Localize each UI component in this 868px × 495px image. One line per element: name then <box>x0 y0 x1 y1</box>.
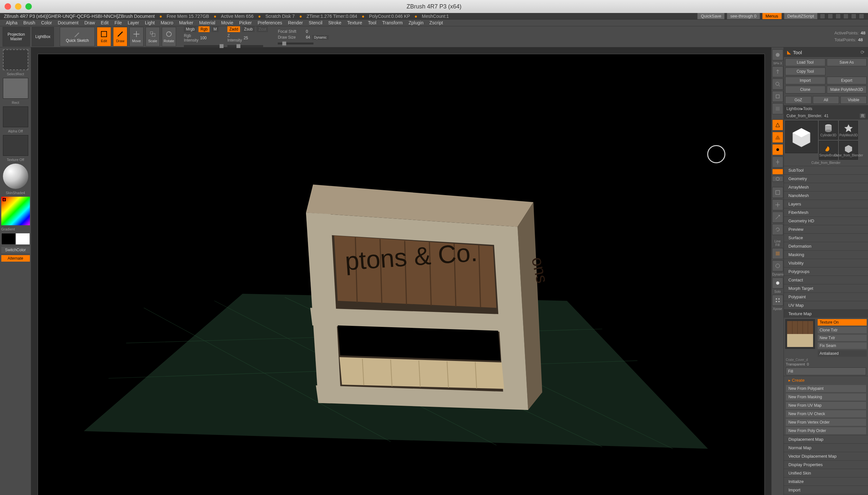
zadd-button[interactable]: Zadd <box>227 26 240 32</box>
menu-file[interactable]: File <box>112 19 125 26</box>
lightbox-button[interactable]: LightBox <box>32 27 54 47</box>
new-from-masking-button[interactable]: New From Masking <box>786 393 866 400</box>
local-button[interactable] <box>772 144 783 155</box>
zoom-button[interactable] <box>772 79 783 90</box>
seethrough-slider[interactable]: see-through 0 <box>727 13 759 19</box>
tool-panel-header[interactable]: ◣ Tool ⟳ <box>784 47 868 57</box>
draw-size-slider[interactable] <box>278 42 313 45</box>
menu-macro[interactable]: Macro <box>158 19 176 26</box>
layout-icon-2[interactable] <box>828 14 833 19</box>
z-intensity-slider[interactable] <box>227 45 263 47</box>
tool-thumb-polymesh[interactable]: PolyMesh3D <box>839 121 858 140</box>
scroll-button[interactable] <box>772 66 783 77</box>
brush-selector[interactable] <box>3 49 28 70</box>
menu-document[interactable]: Document <box>55 19 81 26</box>
acc-polygroups[interactable]: Polygroups <box>784 267 868 276</box>
acc-geometryhd[interactable]: Geometry HD <box>784 217 868 225</box>
acc-fibermesh[interactable]: FiberMesh <box>784 208 868 217</box>
persp-button[interactable] <box>772 119 783 131</box>
r-button[interactable]: R <box>860 114 865 118</box>
menu-render[interactable]: Render <box>285 19 305 26</box>
goz-all-button[interactable]: All <box>813 96 839 104</box>
acc-create[interactable]: ▸ Create <box>784 376 868 384</box>
menu-stroke[interactable]: Stroke <box>326 19 344 26</box>
acc-geometry[interactable]: Geometry <box>784 174 868 183</box>
refresh-icon[interactable]: ⟳ <box>861 49 865 55</box>
draw-size-value[interactable]: 64 <box>306 35 310 39</box>
solo-button[interactable] <box>772 277 783 289</box>
transparent-label[interactable]: Transparent <box>786 362 805 366</box>
rotate-mode-button[interactable]: Rotate <box>162 27 176 47</box>
acc-visibility[interactable]: Visibility <box>784 259 868 267</box>
acc-preview[interactable]: Preview <box>784 225 868 233</box>
load-tool-button[interactable]: Load Tool <box>785 58 825 66</box>
layout-icon-4[interactable] <box>843 14 849 19</box>
projection-master-button[interactable]: Projection Master <box>3 27 30 47</box>
acc-arraymesh[interactable]: ArrayMesh <box>784 183 868 191</box>
new-from-vertex-order-button[interactable]: New From Vertex Order <box>786 419 866 426</box>
menu-transform[interactable]: Transform <box>379 19 405 26</box>
z-intensity-value[interactable]: 25 <box>244 36 248 40</box>
scale-mode-button[interactable]: Scale <box>146 27 160 47</box>
xyz-button[interactable] <box>772 169 783 175</box>
close-window-icon[interactable] <box>4 3 11 10</box>
minimize-window-icon[interactable] <box>15 3 21 10</box>
menu-picker[interactable]: Picker <box>236 19 255 26</box>
tool-thumb-current[interactable] <box>785 121 818 153</box>
menu-edit[interactable]: Edit <box>98 19 111 26</box>
menu-tool[interactable]: Tool <box>365 19 379 26</box>
lightbox-tools-button[interactable]: Lightbox▸Tools <box>784 105 868 112</box>
menu-stencil[interactable]: Stencil <box>306 19 325 26</box>
menu-movie[interactable]: Movie <box>219 19 236 26</box>
tool-thumb-cube2[interactable]: Cube_from_Blender <box>839 141 858 160</box>
nav-scale-button[interactable] <box>772 211 783 223</box>
mrgb-button[interactable]: Mrgb <box>184 26 197 32</box>
acc-initialize[interactable]: Initialize <box>784 477 868 485</box>
focal-shift-value[interactable]: 0 <box>306 29 308 34</box>
fix-seam-button[interactable]: Fix Seam <box>818 342 867 349</box>
acc-texturemap[interactable]: Texture Map <box>784 309 868 318</box>
menu-color[interactable]: Color <box>38 19 54 26</box>
frame-button[interactable] <box>772 187 783 198</box>
zcut-button[interactable]: Zcut <box>257 26 268 32</box>
menu-texture[interactable]: Texture <box>345 19 365 26</box>
color-picker[interactable] <box>1 197 30 225</box>
acc-layers[interactable]: Layers <box>784 200 868 208</box>
make-polymesh-button[interactable]: Make PolyMesh3D <box>827 86 867 93</box>
layout-icon-1[interactable] <box>820 14 825 19</box>
rgb-button[interactable]: Rgb <box>198 26 210 32</box>
tool-thumb-cylinder[interactable]: Cylinder3D <box>819 121 838 140</box>
layout-icon-3[interactable] <box>836 14 841 19</box>
nav-rotate-button[interactable] <box>772 224 783 235</box>
texture-selector[interactable] <box>3 135 28 156</box>
transp-button[interactable] <box>772 260 783 271</box>
acc-displacement[interactable]: Displacement Map <box>784 435 868 443</box>
menu-marker[interactable]: Marker <box>176 19 196 26</box>
switchcolor-button[interactable]: SwitchColor <box>1 247 30 253</box>
clone-button[interactable]: Clone <box>785 86 825 93</box>
new-txtr-button[interactable]: New Txtr <box>818 335 867 341</box>
goz-visible-button[interactable]: Visible <box>840 96 867 104</box>
acc-normalmap[interactable]: Normal Map <box>784 443 868 452</box>
acc-surface[interactable]: Surface <box>784 233 868 242</box>
layout-icon-5[interactable] <box>851 14 856 19</box>
menu-preferences[interactable]: Preferences <box>255 19 284 26</box>
xpose-mini-button[interactable] <box>772 176 783 182</box>
menu-zplugin[interactable]: Zplugin <box>406 19 426 26</box>
floor-button[interactable] <box>772 132 783 143</box>
menu-brush[interactable]: Brush <box>21 19 38 26</box>
menu-layer[interactable]: Layer <box>125 19 142 26</box>
acc-import2[interactable]: Import <box>784 485 868 494</box>
new-from-polypaint-button[interactable]: New From Polypaint <box>786 385 866 392</box>
stroke-selector[interactable] <box>3 78 28 99</box>
viewport[interactable]: ptons & Co. ons <box>38 54 765 495</box>
new-from-poly-order-button[interactable]: New From Poly Order <box>786 427 866 434</box>
secondary-colors[interactable] <box>1 233 30 245</box>
acc-contact[interactable]: Contact <box>784 276 868 284</box>
export-button[interactable]: Export <box>827 76 867 84</box>
menu-zscript[interactable]: Zscript <box>427 19 446 26</box>
menu-material[interactable]: Material <box>197 19 218 26</box>
menu-alpha[interactable]: Alpha <box>3 19 20 26</box>
copy-tool-button[interactable]: Copy Tool <box>785 68 825 75</box>
acc-subtool[interactable]: SubTool <box>784 166 868 174</box>
